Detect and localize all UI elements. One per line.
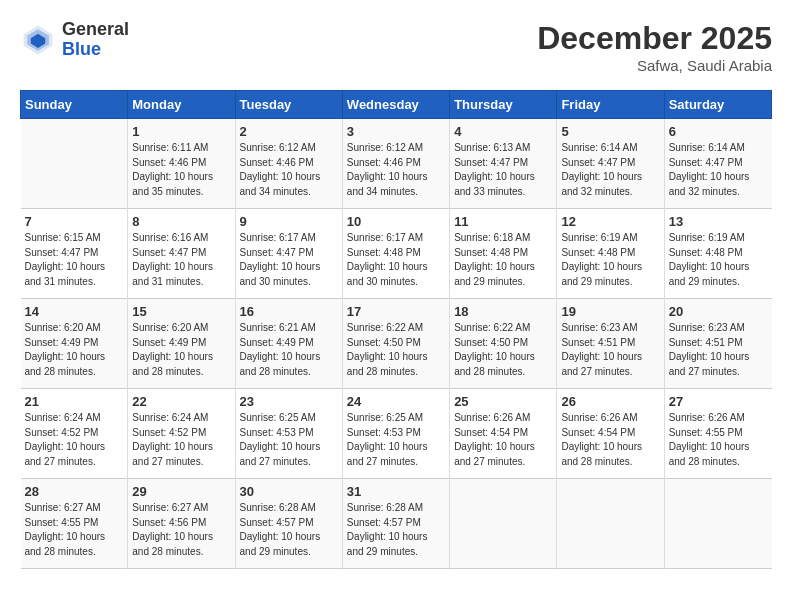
day-number: 12 [561, 214, 659, 229]
day-number: 14 [25, 304, 124, 319]
day-number: 3 [347, 124, 445, 139]
day-number: 18 [454, 304, 552, 319]
calendar-table: SundayMondayTuesdayWednesdayThursdayFrid… [20, 90, 772, 569]
day-info: Sunrise: 6:23 AM Sunset: 4:51 PM Dayligh… [669, 321, 768, 379]
day-number: 2 [240, 124, 338, 139]
day-cell: 11Sunrise: 6:18 AM Sunset: 4:48 PM Dayli… [450, 209, 557, 299]
day-cell: 2Sunrise: 6:12 AM Sunset: 4:46 PM Daylig… [235, 119, 342, 209]
day-cell: 29Sunrise: 6:27 AM Sunset: 4:56 PM Dayli… [128, 479, 235, 569]
day-cell [664, 479, 771, 569]
day-cell: 16Sunrise: 6:21 AM Sunset: 4:49 PM Dayli… [235, 299, 342, 389]
day-number: 23 [240, 394, 338, 409]
week-row-1: 1Sunrise: 6:11 AM Sunset: 4:46 PM Daylig… [21, 119, 772, 209]
logo-text: General Blue [62, 20, 129, 60]
day-cell [450, 479, 557, 569]
day-info: Sunrise: 6:19 AM Sunset: 4:48 PM Dayligh… [669, 231, 768, 289]
logo-blue: Blue [62, 40, 129, 60]
location-subtitle: Safwa, Saudi Arabia [537, 57, 772, 74]
day-number: 15 [132, 304, 230, 319]
month-title: December 2025 [537, 20, 772, 57]
day-info: Sunrise: 6:18 AM Sunset: 4:48 PM Dayligh… [454, 231, 552, 289]
day-number: 5 [561, 124, 659, 139]
day-info: Sunrise: 6:14 AM Sunset: 4:47 PM Dayligh… [561, 141, 659, 199]
col-header-monday: Monday [128, 91, 235, 119]
day-number: 11 [454, 214, 552, 229]
day-number: 8 [132, 214, 230, 229]
day-info: Sunrise: 6:24 AM Sunset: 4:52 PM Dayligh… [25, 411, 124, 469]
day-info: Sunrise: 6:26 AM Sunset: 4:54 PM Dayligh… [561, 411, 659, 469]
day-info: Sunrise: 6:17 AM Sunset: 4:48 PM Dayligh… [347, 231, 445, 289]
day-info: Sunrise: 6:12 AM Sunset: 4:46 PM Dayligh… [347, 141, 445, 199]
day-info: Sunrise: 6:15 AM Sunset: 4:47 PM Dayligh… [25, 231, 124, 289]
day-number: 31 [347, 484, 445, 499]
day-cell [557, 479, 664, 569]
day-number: 22 [132, 394, 230, 409]
day-info: Sunrise: 6:26 AM Sunset: 4:54 PM Dayligh… [454, 411, 552, 469]
week-row-3: 14Sunrise: 6:20 AM Sunset: 4:49 PM Dayli… [21, 299, 772, 389]
day-number: 25 [454, 394, 552, 409]
day-number: 21 [25, 394, 124, 409]
col-header-friday: Friday [557, 91, 664, 119]
day-cell: 25Sunrise: 6:26 AM Sunset: 4:54 PM Dayli… [450, 389, 557, 479]
day-info: Sunrise: 6:27 AM Sunset: 4:55 PM Dayligh… [25, 501, 124, 559]
day-cell: 24Sunrise: 6:25 AM Sunset: 4:53 PM Dayli… [342, 389, 449, 479]
day-cell: 4Sunrise: 6:13 AM Sunset: 4:47 PM Daylig… [450, 119, 557, 209]
day-number: 27 [669, 394, 768, 409]
day-cell: 23Sunrise: 6:25 AM Sunset: 4:53 PM Dayli… [235, 389, 342, 479]
day-info: Sunrise: 6:28 AM Sunset: 4:57 PM Dayligh… [240, 501, 338, 559]
day-info: Sunrise: 6:21 AM Sunset: 4:49 PM Dayligh… [240, 321, 338, 379]
day-info: Sunrise: 6:17 AM Sunset: 4:47 PM Dayligh… [240, 231, 338, 289]
day-number: 17 [347, 304, 445, 319]
day-cell: 21Sunrise: 6:24 AM Sunset: 4:52 PM Dayli… [21, 389, 128, 479]
day-cell: 28Sunrise: 6:27 AM Sunset: 4:55 PM Dayli… [21, 479, 128, 569]
day-number: 30 [240, 484, 338, 499]
week-row-4: 21Sunrise: 6:24 AM Sunset: 4:52 PM Dayli… [21, 389, 772, 479]
day-info: Sunrise: 6:22 AM Sunset: 4:50 PM Dayligh… [347, 321, 445, 379]
day-cell: 9Sunrise: 6:17 AM Sunset: 4:47 PM Daylig… [235, 209, 342, 299]
week-row-5: 28Sunrise: 6:27 AM Sunset: 4:55 PM Dayli… [21, 479, 772, 569]
col-header-wednesday: Wednesday [342, 91, 449, 119]
day-cell: 1Sunrise: 6:11 AM Sunset: 4:46 PM Daylig… [128, 119, 235, 209]
day-cell: 5Sunrise: 6:14 AM Sunset: 4:47 PM Daylig… [557, 119, 664, 209]
day-number: 6 [669, 124, 768, 139]
page-header: General Blue December 2025 Safwa, Saudi … [20, 20, 772, 74]
day-cell: 26Sunrise: 6:26 AM Sunset: 4:54 PM Dayli… [557, 389, 664, 479]
day-cell: 13Sunrise: 6:19 AM Sunset: 4:48 PM Dayli… [664, 209, 771, 299]
day-cell: 30Sunrise: 6:28 AM Sunset: 4:57 PM Dayli… [235, 479, 342, 569]
day-number: 24 [347, 394, 445, 409]
day-info: Sunrise: 6:11 AM Sunset: 4:46 PM Dayligh… [132, 141, 230, 199]
col-header-sunday: Sunday [21, 91, 128, 119]
day-cell: 22Sunrise: 6:24 AM Sunset: 4:52 PM Dayli… [128, 389, 235, 479]
logo-general: General [62, 20, 129, 40]
day-number: 1 [132, 124, 230, 139]
day-number: 16 [240, 304, 338, 319]
day-number: 10 [347, 214, 445, 229]
day-info: Sunrise: 6:20 AM Sunset: 4:49 PM Dayligh… [132, 321, 230, 379]
day-number: 26 [561, 394, 659, 409]
day-number: 7 [25, 214, 124, 229]
day-info: Sunrise: 6:24 AM Sunset: 4:52 PM Dayligh… [132, 411, 230, 469]
week-row-2: 7Sunrise: 6:15 AM Sunset: 4:47 PM Daylig… [21, 209, 772, 299]
day-cell: 14Sunrise: 6:20 AM Sunset: 4:49 PM Dayli… [21, 299, 128, 389]
day-cell: 17Sunrise: 6:22 AM Sunset: 4:50 PM Dayli… [342, 299, 449, 389]
logo-icon [20, 22, 56, 58]
col-header-tuesday: Tuesday [235, 91, 342, 119]
day-number: 20 [669, 304, 768, 319]
day-cell: 3Sunrise: 6:12 AM Sunset: 4:46 PM Daylig… [342, 119, 449, 209]
day-info: Sunrise: 6:26 AM Sunset: 4:55 PM Dayligh… [669, 411, 768, 469]
title-block: December 2025 Safwa, Saudi Arabia [537, 20, 772, 74]
col-header-thursday: Thursday [450, 91, 557, 119]
day-info: Sunrise: 6:27 AM Sunset: 4:56 PM Dayligh… [132, 501, 230, 559]
day-cell: 18Sunrise: 6:22 AM Sunset: 4:50 PM Dayli… [450, 299, 557, 389]
day-info: Sunrise: 6:22 AM Sunset: 4:50 PM Dayligh… [454, 321, 552, 379]
day-cell: 20Sunrise: 6:23 AM Sunset: 4:51 PM Dayli… [664, 299, 771, 389]
day-cell: 12Sunrise: 6:19 AM Sunset: 4:48 PM Dayli… [557, 209, 664, 299]
day-info: Sunrise: 6:19 AM Sunset: 4:48 PM Dayligh… [561, 231, 659, 289]
day-info: Sunrise: 6:12 AM Sunset: 4:46 PM Dayligh… [240, 141, 338, 199]
day-number: 9 [240, 214, 338, 229]
day-cell: 27Sunrise: 6:26 AM Sunset: 4:55 PM Dayli… [664, 389, 771, 479]
day-number: 13 [669, 214, 768, 229]
day-cell: 10Sunrise: 6:17 AM Sunset: 4:48 PM Dayli… [342, 209, 449, 299]
day-info: Sunrise: 6:25 AM Sunset: 4:53 PM Dayligh… [240, 411, 338, 469]
logo: General Blue [20, 20, 129, 60]
